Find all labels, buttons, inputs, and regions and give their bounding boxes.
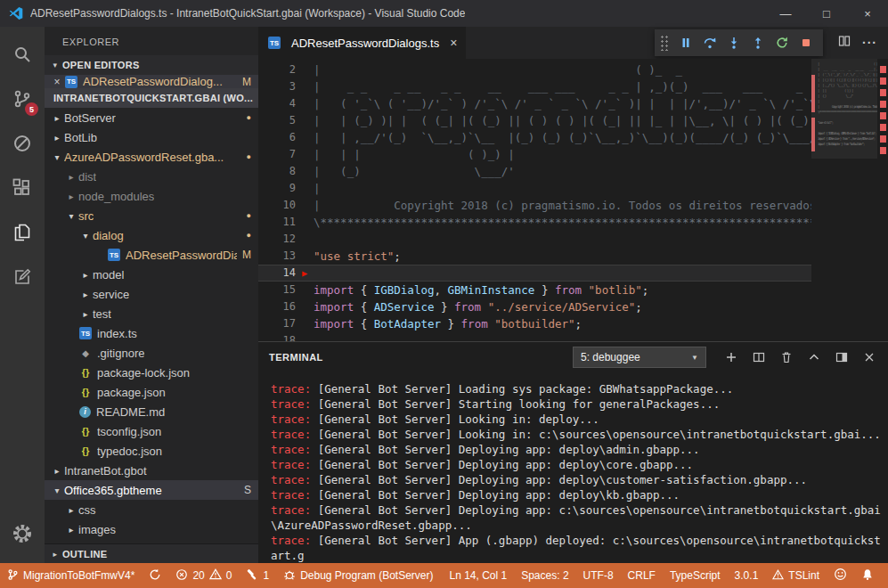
overview-ruler[interactable] (877, 59, 888, 341)
line-number[interactable]: 15 (258, 282, 296, 298)
terminal-output[interactable]: trace: [General Bot Server] Loading sys … (258, 372, 888, 563)
tree-item-index-ts[interactable]: TSindex.ts (45, 323, 258, 343)
line-number[interactable]: 7 (258, 146, 296, 163)
code-line-9[interactable]: 9| | (258, 180, 888, 197)
line-number[interactable]: 9 (258, 180, 296, 197)
tree-item-tsconfig-json[interactable]: {}tsconfig.json (45, 421, 258, 441)
code-line-13[interactable]: 13"use strict"; (258, 248, 888, 265)
line-number[interactable]: 2 (258, 61, 296, 78)
code-line-16[interactable]: 16import { ADService } from "../service/… (258, 298, 888, 315)
tree-item-dialog[interactable]: ▾dialog● (45, 225, 258, 245)
tree-item-model[interactable]: ▸model (45, 265, 258, 284)
sync-button[interactable] (142, 563, 168, 588)
line-number[interactable]: 12 (258, 231, 296, 248)
source-control-icon[interactable]: 5 (0, 77, 45, 121)
code-line-15[interactable]: 15import { IGBDialog, GBMinInstance } fr… (258, 282, 888, 298)
close-panel-icon[interactable] (861, 349, 877, 365)
line-number[interactable]: 8 (258, 163, 296, 180)
code-line-10[interactable]: 10| Copyright 2018 (c) pragmatismo.io. T… (258, 197, 888, 214)
open-editor-item[interactable]: ×TSADResetPasswordDialog...M (45, 75, 258, 88)
minimize-button[interactable]: — (765, 0, 806, 27)
tree-item-typedoc-json[interactable]: {}typedoc.json (45, 441, 258, 461)
tree-item-src[interactable]: ▾src● (45, 206, 258, 225)
line-number[interactable]: 16 (258, 298, 296, 315)
typescript-version[interactable]: 3.0.1 (728, 563, 766, 588)
tree-item-css[interactable]: ▸css (45, 500, 258, 519)
line-number[interactable]: 10 (258, 197, 296, 214)
maximize-button[interactable]: □ (806, 0, 847, 27)
tab-close-icon[interactable]: × (450, 36, 457, 50)
kill-terminal-icon[interactable] (778, 349, 794, 365)
indentation-setting[interactable]: Spaces: 2 (514, 563, 575, 588)
edit-icon[interactable] (0, 255, 45, 299)
tree-item-botserver[interactable]: ▸BotServer● (45, 108, 258, 127)
more-actions-icon[interactable]: ··· (862, 36, 877, 50)
tab-adresetpassworddialogs[interactable]: TS ADResetPasswordDialogs.ts × (258, 27, 466, 59)
line-number[interactable]: 3 (258, 78, 296, 95)
code-line-11[interactable]: 11\*************************************… (258, 214, 888, 231)
new-terminal-icon[interactable] (723, 349, 739, 365)
language-mode[interactable]: TypeScript (663, 563, 728, 588)
minimap[interactable]: | ( )_ _ || _ _ _ __ _ _ __ ___ ___ _ _ … (811, 59, 877, 341)
pause-button[interactable] (673, 31, 697, 54)
tree-item-readme-md[interactable]: iREADME.md (45, 402, 258, 421)
maximize-panel-icon[interactable] (806, 349, 822, 365)
git-branch-indicator[interactable]: MigrationToBotFmwV4* (0, 563, 142, 588)
close-editor-icon[interactable]: × (50, 76, 64, 88)
notifications-bell[interactable] (854, 563, 881, 588)
code-line-8[interactable]: 8| (_) \___/' | (258, 163, 888, 180)
restart-button[interactable] (770, 31, 794, 54)
line-number[interactable]: 18 (258, 332, 296, 341)
drag-grip-icon[interactable] (660, 35, 669, 51)
line-number[interactable]: 5 (258, 112, 296, 129)
code-line-4[interactable]: 4| ( '_`\ ( '__)/'_` ) /'_`\ /' _ ` _ `\… (258, 95, 888, 112)
tree-item-service[interactable]: ▸service (45, 284, 258, 304)
terminal-tab[interactable]: TERMINAL (269, 352, 323, 363)
settings-gear-icon[interactable] (0, 511, 45, 556)
tree-item-adresetpassworddial[interactable]: TSADResetPasswordDial...M (45, 245, 258, 265)
step-into-button[interactable] (721, 31, 745, 54)
panel-layout-icon[interactable] (834, 349, 850, 365)
code-line-6[interactable]: 6| | ,__/'(_) `\__,_)`\__ |(_) (_) (_)`\… (258, 129, 888, 146)
tree-item-package-lock-json[interactable]: {}package-lock.json (45, 363, 258, 382)
tree-item-botlib[interactable]: ▸BotLib (45, 127, 258, 147)
stop-button[interactable] (794, 31, 818, 54)
debug-status[interactable]: Debug Program (BotServer) (276, 563, 440, 588)
search-icon[interactable] (0, 32, 45, 77)
feedback-smiley[interactable] (827, 563, 854, 588)
line-number[interactable]: 4 (258, 95, 296, 112)
tree-item-images[interactable]: ▸images (45, 519, 258, 539)
cursor-position[interactable]: Ln 14, Col 1 (442, 563, 514, 588)
step-over-button[interactable] (697, 31, 721, 54)
code-line-12[interactable]: 12 (258, 231, 888, 248)
code-line-7[interactable]: 7| | | ( )_) | | (258, 146, 888, 163)
close-button[interactable]: × (847, 0, 888, 27)
tree-item-azureadpasswordreset-gba[interactable]: ▾AzureADPasswordReset.gba...● (45, 147, 258, 167)
tree-item-package-json[interactable]: {}package.json (45, 382, 258, 402)
tslint-status[interactable]: TSLint (765, 563, 827, 588)
code-editor[interactable]: 2| ( )_ _ |3| _ _ _ __ _ _ __ ___ ___ _ … (258, 59, 888, 341)
eol-setting[interactable]: CRLF (621, 563, 663, 588)
problems-indicator[interactable]: 20 0 (168, 563, 239, 588)
split-terminal-icon[interactable] (751, 349, 767, 365)
code-line-14[interactable]: 14▶ (258, 265, 888, 282)
terminal-selector[interactable]: 5: debuggee ▼ (573, 347, 706, 368)
code-line-5[interactable]: 5| | (_) )| | ( (_| |( (_) || ( ) ( ) |(… (258, 112, 888, 129)
code-line-18[interactable]: 18 (258, 332, 888, 341)
open-editors-header[interactable]: ▾ OPEN EDITORS (45, 55, 258, 75)
tasks-indicator[interactable]: 1 (239, 563, 276, 588)
tree-item-gitignore[interactable]: ◆.gitignore (45, 343, 258, 363)
tree-item-office365-gbtheme[interactable]: ▾Office365.gbthemeS (45, 480, 258, 500)
workspace-section-header[interactable]: INTRANETBOTQUICKSTART.GBAI (WO... (45, 88, 258, 108)
line-number[interactable]: 13 (258, 248, 296, 265)
outline-section-header[interactable]: ▸ OUTLINE (45, 543, 258, 563)
line-number[interactable]: 11 (258, 214, 296, 231)
code-line-2[interactable]: 2| ( )_ _ | (258, 61, 888, 78)
tree-item-node-modules[interactable]: ▸node_modules (45, 186, 258, 206)
line-number[interactable]: 17 (258, 315, 296, 332)
step-out-button[interactable] (745, 31, 770, 54)
explorer-icon[interactable] (0, 210, 45, 255)
split-editor-icon[interactable] (837, 34, 851, 52)
tree-item-dist[interactable]: ▸dist (45, 167, 258, 186)
line-number[interactable]: 14 (258, 265, 296, 282)
